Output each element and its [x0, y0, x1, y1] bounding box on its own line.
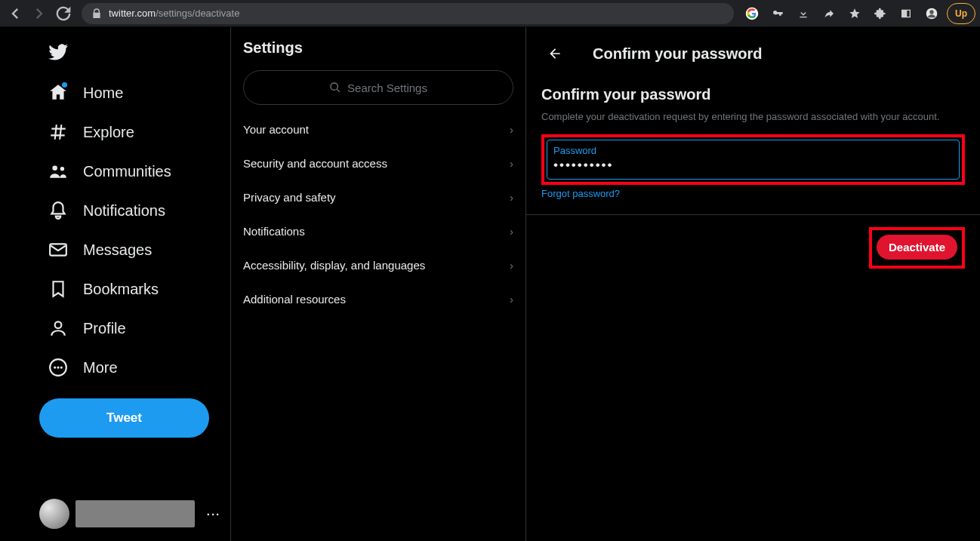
back-button[interactable]	[541, 40, 569, 67]
section-title: Confirm your password	[541, 86, 965, 103]
settings-item-label: Accessibility, display, and languages	[243, 259, 425, 272]
svg-point-3	[52, 165, 57, 171]
annotation-highlight-password: Password	[541, 134, 965, 185]
divider	[526, 214, 980, 215]
settings-item-notifications[interactable]: Notifications ›	[231, 214, 525, 248]
primary-nav: Home Explore Communities Notifications M…	[0, 27, 231, 541]
extensions-icon[interactable]	[870, 3, 891, 24]
nav-label: Explore	[83, 124, 134, 141]
chevron-right-icon: ›	[510, 259, 513, 272]
nav-explore[interactable]: Explore	[39, 115, 143, 149]
google-account-icon[interactable]	[741, 3, 763, 24]
account-switcher[interactable]: ···	[39, 499, 230, 529]
nav-label: More	[83, 359, 118, 377]
password-label: Password	[553, 145, 953, 156]
bookmark-icon	[48, 279, 68, 299]
arrow-left-icon	[5, 3, 26, 24]
browser-upgrade-button[interactable]: Up	[947, 3, 975, 24]
nav-label: Communities	[83, 163, 171, 180]
browser-forward-button[interactable]	[29, 3, 50, 24]
settings-item-security[interactable]: Security and account access ›	[231, 146, 525, 180]
settings-item-privacy[interactable]: Privacy and safety ›	[231, 180, 525, 214]
svg-point-8	[54, 366, 56, 368]
people-icon	[48, 161, 68, 181]
browser-reload-button[interactable]	[53, 3, 74, 24]
person-icon	[48, 318, 68, 338]
account-name-redacted	[76, 500, 195, 527]
hash-icon	[48, 122, 68, 142]
svg-point-9	[57, 366, 59, 368]
password-key-icon[interactable]	[767, 3, 788, 24]
forgot-password-link[interactable]: Forgot password?	[541, 188, 620, 199]
settings-item-label: Security and account access	[243, 157, 387, 170]
side-panel-icon[interactable]	[895, 3, 917, 24]
mail-icon	[48, 240, 68, 260]
nav-profile[interactable]: Profile	[39, 311, 135, 346]
tweet-button[interactable]: Tweet	[39, 398, 209, 438]
svg-point-10	[60, 366, 63, 368]
chevron-right-icon: ›	[510, 225, 513, 238]
nav-messages[interactable]: Messages	[39, 232, 161, 267]
nav-notifications[interactable]: Notifications	[39, 193, 174, 228]
arrow-right-icon	[29, 3, 50, 24]
svg-point-4	[60, 167, 64, 171]
reload-icon	[53, 3, 74, 24]
deactivate-button[interactable]: Deactivate	[877, 235, 957, 260]
url-host: twitter.com/settings/deactivate	[109, 8, 239, 19]
nav-home[interactable]: Home	[39, 75, 132, 110]
settings-item-label: Notifications	[243, 225, 305, 238]
lock-icon	[91, 8, 103, 20]
svg-point-6	[55, 321, 62, 328]
settings-title: Settings	[231, 27, 525, 60]
nav-communities[interactable]: Communities	[39, 154, 180, 189]
bell-icon	[48, 201, 68, 220]
svg-point-2	[929, 10, 933, 14]
annotation-highlight-deactivate: Deactivate	[869, 227, 965, 269]
section-description: Complete your deactivation request by en…	[541, 111, 965, 122]
nav-bookmarks[interactable]: Bookmarks	[39, 272, 168, 306]
search-placeholder: Search Settings	[347, 81, 427, 94]
chevron-right-icon: ›	[510, 293, 513, 306]
browser-toolbar: twitter.com/settings/deactivate Up	[0, 0, 980, 27]
chevron-right-icon: ›	[510, 123, 513, 136]
settings-panel: Settings Search Settings Your account › …	[231, 27, 526, 541]
password-field[interactable]: Password	[547, 140, 960, 180]
detail-header-title: Confirm your password	[593, 45, 762, 63]
nav-label: Bookmarks	[83, 281, 159, 298]
browser-url-bar[interactable]: twitter.com/settings/deactivate	[82, 3, 734, 24]
twitter-logo-button[interactable]	[39, 33, 77, 71]
profile-avatar-icon[interactable]	[921, 3, 942, 24]
settings-item-accessibility[interactable]: Accessibility, display, and languages ›	[231, 248, 525, 282]
nav-label: Home	[83, 85, 123, 102]
settings-item-your-account[interactable]: Your account ›	[231, 112, 525, 146]
chevron-right-icon: ›	[510, 191, 513, 204]
nav-label: Messages	[83, 241, 152, 259]
share-icon[interactable]	[818, 3, 840, 24]
settings-item-additional[interactable]: Additional resources ›	[231, 282, 525, 316]
ellipsis-circle-icon	[48, 358, 68, 377]
nav-more[interactable]: More	[39, 350, 127, 385]
search-icon	[329, 81, 341, 94]
chevron-right-icon: ›	[510, 157, 513, 170]
password-input[interactable]	[553, 156, 953, 173]
bookmark-star-icon[interactable]	[844, 3, 865, 24]
twitter-bird-icon	[48, 41, 69, 63]
detail-panel: Confirm your password Confirm your passw…	[526, 27, 980, 541]
unread-dot-icon	[62, 82, 67, 88]
arrow-left-icon	[547, 46, 562, 61]
nav-label: Profile	[83, 320, 126, 337]
settings-item-label: Your account	[243, 123, 309, 136]
download-icon[interactable]	[793, 3, 814, 24]
settings-item-label: Additional resources	[243, 293, 346, 306]
account-more-button[interactable]: ···	[201, 508, 227, 521]
avatar	[39, 499, 69, 529]
browser-back-button[interactable]	[5, 3, 26, 24]
settings-search[interactable]: Search Settings	[243, 70, 513, 105]
settings-item-label: Privacy and safety	[243, 191, 336, 204]
nav-label: Notifications	[83, 202, 165, 220]
